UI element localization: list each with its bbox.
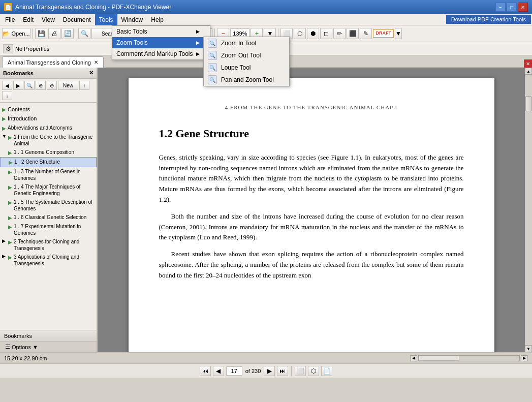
save-button[interactable]: 💾 <box>35 28 47 39</box>
bookmark-contents[interactable]: ▶ Contents <box>0 105 97 114</box>
expand-icon[interactable]: ▶ <box>2 254 8 260</box>
sidebar-tool-3[interactable]: 🔍 <box>24 81 35 90</box>
scroll-up-arrow[interactable]: ▲ <box>525 68 532 75</box>
sidebar-tool-4[interactable]: ⊕ <box>36 81 46 90</box>
hscroll-right[interactable]: ▶ <box>521 355 528 361</box>
bookmark-ch3[interactable]: ▶ ▶ 3 Applications of Cloning and Transg… <box>0 253 97 268</box>
find-button[interactable]: 🔍 <box>78 28 90 39</box>
pdf-section-title: 1.2 Gene Structure <box>159 125 464 142</box>
main-layout: Bookmarks ✕ ◀ ▶ 🔍 ⊕ ⊖ New ↑ ↓ ▶ Contents… <box>0 68 532 352</box>
scrollbar-vertical[interactable]: ▲ ▼ <box>525 68 532 352</box>
stamp-button[interactable]: DRAFT <box>373 29 394 38</box>
bookmark-1-2[interactable]: ▶ 1 . 2 Gene Structure <box>0 157 97 167</box>
zoom-in-tool-item[interactable]: 🔍 Zoom In Tool <box>204 37 289 49</box>
options-icon: ☰ <box>5 344 10 350</box>
bookmarks-label: Bookmarks <box>3 70 34 76</box>
prev-page-button[interactable]: ◀ <box>213 366 224 376</box>
bookmark-icon: ▶ <box>8 254 12 261</box>
bookmark-1-7[interactable]: ▶ 1 . 7 Experimental Mutation in Genomes <box>0 222 97 237</box>
refresh-button[interactable]: 🔄 <box>61 28 74 39</box>
tool-5[interactable]: ✏ <box>333 28 346 39</box>
sidebar-tool-6[interactable]: ↑ <box>79 81 89 90</box>
tool-6[interactable]: ⬛ <box>347 28 359 39</box>
bookmark-ch1[interactable]: ▼ ▶ 1 From the Gene to the Transgenic An… <box>0 133 97 148</box>
menu-document[interactable]: Document <box>59 14 95 25</box>
expand-icon[interactable]: ▶ <box>2 238 8 244</box>
hscroll-left[interactable]: ◀ <box>410 355 417 361</box>
zoom-out-tool-item[interactable]: 🔍 Zoom Out Tool <box>204 49 289 61</box>
tool-3[interactable]: ⬢ <box>307 28 319 39</box>
tool-4[interactable]: ◻ <box>320 28 332 39</box>
page-number-input[interactable] <box>226 366 242 376</box>
stamp-dropdown[interactable]: ▼ <box>395 28 402 39</box>
nav-tool-2[interactable]: ⬡ <box>308 366 319 376</box>
bookmark-1-4[interactable]: ▶ 1 . 4 The Major Techniques of Genetic … <box>0 182 97 198</box>
bookmark-introduction[interactable]: ▶ Introduction <box>0 114 97 123</box>
scrollbar-horizontal[interactable]: ◀ ▶ <box>410 355 528 361</box>
sidebar-bottom-tab[interactable]: Bookmarks <box>0 330 97 341</box>
bookmark-icon: ▶ <box>2 106 6 113</box>
bookmark-1-1[interactable]: ▶ 1 . 1 Genome Composition <box>0 148 97 157</box>
pdf-viewport[interactable]: 4 FROM THE GENE TO THE TRANSGENIC ANIMAL… <box>98 68 525 352</box>
close-button[interactable]: ✕ <box>518 3 528 12</box>
menu-edit[interactable]: Edit <box>19 14 38 25</box>
tool-2[interactable]: ⬡ <box>294 28 306 39</box>
minimize-button[interactable]: − <box>495 3 506 12</box>
hscroll-track[interactable] <box>418 355 520 361</box>
bookmark-1-3[interactable]: ▶ 1 . 3 The Number of Genes in Genomes <box>0 167 97 182</box>
tab-main[interactable]: Animal Transgenesis and Cloning ✕ <box>2 56 104 68</box>
content-area: 4 FROM THE GENE TO THE TRANSGENIC ANIMAL… <box>98 68 525 352</box>
options-arrow: ▼ <box>33 344 38 350</box>
bookmark-icon: ▶ <box>2 115 6 122</box>
pdf-chapter-header: 4 FROM THE GENE TO THE TRANSGENIC ANIMAL… <box>159 103 464 112</box>
sidebar-tool-7[interactable]: ↓ <box>2 91 12 100</box>
menu-tools[interactable]: Tools <box>95 14 117 25</box>
no-props-icon[interactable]: ⚙ <box>3 44 13 53</box>
download-pdf-button[interactable]: Download PDF Creation Tools <box>446 15 531 24</box>
tool-7[interactable]: ✎ <box>360 28 372 39</box>
nav-sep <box>291 366 292 376</box>
bookmark-icon: ▶ <box>8 134 12 141</box>
nav-tool-1[interactable]: ⬜ <box>295 366 306 376</box>
sidebar-tool-5[interactable]: ⊖ <box>47 81 57 90</box>
last-page-button[interactable]: ⏭ <box>277 366 288 376</box>
hscroll-thumb[interactable] <box>419 356 459 361</box>
bookmark-tree: ▶ Contents ▶ Introduction ▶ Abbreviation… <box>0 103 97 330</box>
expand-icon[interactable]: ▼ <box>2 134 8 140</box>
pdf-page: 4 FROM THE GENE TO THE TRANSGENIC ANIMAL… <box>129 78 494 352</box>
menu-window[interactable]: Window <box>117 14 147 25</box>
menu-comment-tools[interactable]: Comment And Markup Tools ▶ <box>112 48 210 59</box>
menu-file[interactable]: File <box>1 14 19 25</box>
tab-close-icon[interactable]: ✕ <box>94 59 98 65</box>
menu-zoom-tools[interactable]: Zoom Tools ▶ <box>112 37 210 48</box>
loupe-tool-item[interactable]: 🔍 Loupe Tool <box>204 61 289 74</box>
options-button[interactable]: ☰ Options ▼ <box>3 343 40 351</box>
scroll-down-arrow[interactable]: ▼ <box>525 345 532 352</box>
no-properties-label: No Properties <box>15 46 49 52</box>
total-pages-label: of 230 <box>245 368 261 374</box>
scroll-thumb[interactable] <box>525 96 531 111</box>
maximize-button[interactable]: □ <box>507 3 517 12</box>
bookmark-1-6[interactable]: ▶ 1 . 6 Classical Genetic Selection <box>0 213 97 222</box>
sidebar-close-icon[interactable]: ✕ <box>89 70 93 76</box>
bookmark-ch2[interactable]: ▶ ▶ 2 Techniques for Cloning and Transge… <box>0 237 97 253</box>
window-title: Animal Transgenesis and Cloning - PDF-XC… <box>15 4 171 11</box>
bookmark-abbreviations[interactable]: ▶ Abbreviations and Acronyms <box>0 123 97 133</box>
pdf-para-1: Genes, strictly speaking, vary in size a… <box>159 152 464 205</box>
pan-zoom-tool-item[interactable]: 🔍 Pan and Zoom Tool <box>204 74 289 86</box>
bookmark-1-5[interactable]: ▶ 1 . 5 The Systematic Description of Ge… <box>0 198 97 213</box>
next-page-button[interactable]: ▶ <box>264 366 275 376</box>
print-button[interactable]: 🖨 <box>48 28 60 39</box>
nav-tool-3[interactable]: 📄 <box>321 366 332 376</box>
new-bookmark-button[interactable]: New <box>58 81 78 90</box>
sidebar-tool-1[interactable]: ◀ <box>2 81 12 90</box>
sidebar-tool-2[interactable]: ▶ <box>13 81 23 90</box>
close-panel-button[interactable]: ✕ <box>524 59 532 68</box>
open-button[interactable]: 📂 Open... <box>2 28 30 39</box>
menu-basic-tools[interactable]: Basic Tools ▶ <box>112 26 210 37</box>
first-page-button[interactable]: ⏮ <box>200 366 211 376</box>
menu-view[interactable]: View <box>38 14 59 25</box>
menu-help[interactable]: Help <box>147 14 168 25</box>
submenu-arrow: ▶ <box>196 51 200 56</box>
title-bar-left: 📄 Animal Transgenesis and Cloning - PDF-… <box>4 3 171 11</box>
